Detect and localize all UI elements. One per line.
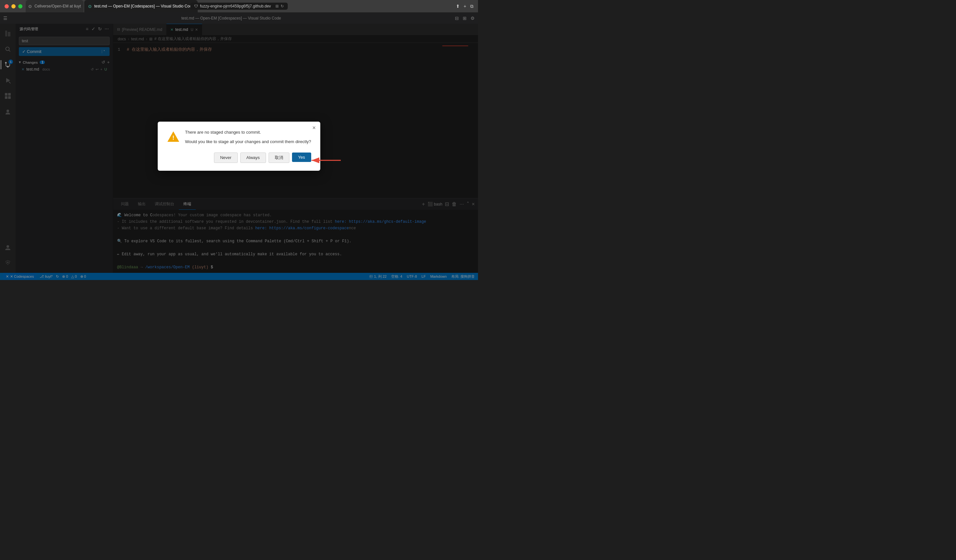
address-bar: 🛡 fuzzy-engine-pjrrr6459pg6f5j7.github.d…	[190, 3, 288, 10]
security-icon: 🛡	[194, 4, 198, 8]
refresh-icon[interactable]: ↻	[281, 4, 284, 8]
browser-tab2-label: test.md — Open-EM [Codespaces] — Visual …	[94, 4, 194, 8]
svg-text:!: !	[172, 135, 174, 141]
add-tab-icon[interactable]: +	[464, 3, 466, 9]
title-bar: ⊙ Cellverse/Open-EM at liuyt ⊙ test.md —…	[0, 0, 478, 13]
modal-text: There are no staged changes to commit. W…	[185, 129, 311, 145]
arrow-indicator	[308, 154, 347, 167]
modal-footer: Never Always 取消 Yes	[167, 153, 311, 163]
never-button[interactable]: Never	[214, 153, 238, 163]
minimize-button[interactable]	[11, 4, 16, 8]
maximize-button[interactable]	[18, 4, 22, 8]
cancel-button[interactable]: 取消	[269, 153, 289, 163]
close-button[interactable]	[5, 4, 9, 8]
browser-tab-1[interactable]: ⊙ Cellverse/Open-EM at liuyt	[26, 0, 83, 13]
modal-warning-icon: !	[167, 130, 180, 145]
always-button[interactable]: Always	[240, 153, 266, 163]
browser-tab1-label: Cellverse/Open-EM at liuyt	[35, 4, 81, 8]
title-bar-actions: ⬆ + ⧉	[456, 3, 478, 9]
browser-tab-2[interactable]: ⊙ test.md — Open-EM [Codespaces] — Visua…	[84, 0, 198, 13]
modal-title: There are no staged changes to commit.	[185, 129, 311, 135]
traffic-lights	[0, 4, 22, 8]
modal-overlay: × ! There are no staged changes to commi…	[0, 13, 478, 280]
modal-subtitle: Would you like to stage all your changes…	[185, 139, 311, 145]
reader-icon[interactable]: ⊞	[275, 4, 279, 8]
share-icon[interactable]: ⬆	[456, 3, 460, 9]
modal-body: ! There are no staged changes to commit.…	[167, 129, 311, 145]
modal-close-button[interactable]: ×	[312, 125, 316, 131]
url-text: fuzzy-engine-pjrrr6459pg6f5j7.github.dev	[200, 4, 271, 8]
modal-dialog: × ! There are no staged changes to commi…	[158, 122, 320, 170]
window-icon[interactable]: ⧉	[470, 3, 473, 9]
yes-button-wrapper: Yes	[292, 153, 311, 163]
